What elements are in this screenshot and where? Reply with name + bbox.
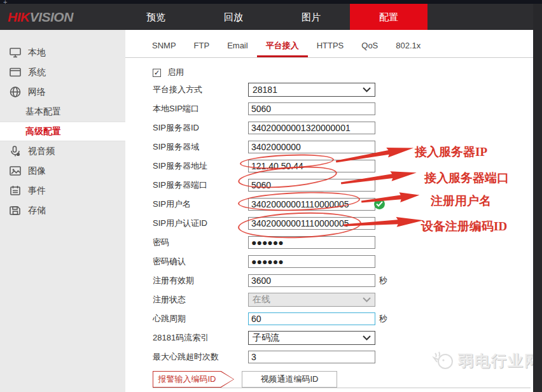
platform-access-mode-select[interactable]: 28181 — [248, 83, 375, 97]
form-row: SIP用户认证ID — [153, 214, 533, 233]
sidebar-item-label: 网络 — [28, 87, 46, 98]
tab-8021x[interactable]: 802.1x — [387, 35, 429, 57]
form-row: SIP服务器端口 — [153, 176, 533, 195]
crosshair-icon: + — [3, 0, 7, 6]
field-label: 28181码流索引 — [153, 332, 248, 344]
logo-hik-text: HIK — [8, 10, 30, 24]
stream-index-select[interactable]: 子码流 — [248, 331, 375, 345]
field-label: SIP服务器ID — [153, 122, 248, 134]
alarm-input-id-tab[interactable]: 报警输入编码ID — [153, 371, 234, 388]
max-heartbeat-timeout-input[interactable] — [248, 351, 375, 363]
sidebar-item-network[interactable]: 网络 — [0, 82, 125, 102]
form-row: 本地SIP端口 — [153, 99, 533, 118]
form-row: 注册状态 在线 — [153, 290, 533, 309]
enable-checkbox[interactable]: ✓ — [153, 69, 161, 77]
form-row: SIP服务器ID — [153, 118, 533, 137]
form-row: 平台接入方式 28181 — [153, 80, 533, 99]
field-label: SIP用户名 — [153, 199, 248, 210]
mic-icon — [9, 145, 22, 157]
nav-item-playback[interactable]: 回放 — [195, 4, 272, 30]
monitor-icon — [9, 46, 22, 59]
sidebar-item-local[interactable]: 本地 — [0, 43, 125, 62]
sidebar-item-label: 本地 — [28, 47, 46, 59]
field-label: SIP服务器端口 — [153, 179, 248, 191]
nav-item-config[interactable]: 配置 — [350, 4, 427, 30]
chevron-down-icon — [363, 297, 371, 302]
sip-user-auth-id-input[interactable] — [248, 217, 375, 230]
image-icon — [9, 165, 22, 177]
field-label: SIP服务器地址 — [153, 160, 248, 172]
register-validity-input[interactable] — [248, 274, 375, 287]
tab-snmp[interactable]: SNMP — [143, 35, 185, 57]
select-value: 28181 — [253, 85, 277, 95]
right-edge-strip — [533, 0, 542, 392]
field-label: 平台接入方式 — [153, 84, 248, 95]
watermark-text: 弱电行业网 — [458, 351, 541, 371]
logo-vision-text: VISION — [30, 10, 73, 24]
sidebar-item-label: 系统 — [28, 67, 46, 78]
field-label: 注册状态 — [153, 294, 248, 305]
heartbeat-interval-input[interactable] — [248, 312, 375, 325]
field-label: 心跳周期 — [153, 313, 248, 325]
form-row: 密码确认 — [153, 252, 533, 271]
sidebar-item-label: 基本配置 — [25, 106, 61, 118]
video-channel-id-tab[interactable]: 视频通道编码ID — [242, 371, 337, 388]
unit-label: 秒 — [379, 313, 387, 325]
field-label: 最大心跳超时次数 — [153, 351, 248, 363]
sip-server-port-input[interactable] — [248, 179, 375, 192]
event-icon — [9, 185, 22, 197]
field-label: SIP用户认证ID — [153, 218, 248, 229]
form-row: 心跳周期 秒 — [153, 309, 533, 328]
select-value: 在线 — [253, 294, 270, 305]
nav-item-preview[interactable]: 预览 — [117, 4, 195, 30]
bird-logo-icon — [431, 351, 455, 371]
sidebar-item-storage[interactable]: 存储 — [0, 200, 125, 220]
field-label: SIP服务器域 — [153, 141, 248, 153]
tab-platform-access[interactable]: 平台接入 — [257, 35, 308, 57]
browser-edge-strip — [0, 0, 542, 4]
sidebar-item-system[interactable]: 系统 — [0, 62, 125, 82]
tab-https[interactable]: HTTPS — [308, 35, 353, 57]
unit-label: 秒 — [379, 275, 387, 286]
sidebar-item-label: 视音频 — [28, 146, 55, 157]
sip-server-id-input[interactable] — [248, 122, 375, 134]
top-nav: 预览 回放 图片 配置 — [117, 4, 427, 30]
local-sip-port-input[interactable] — [248, 102, 375, 115]
form-row: SIP用户名 — [153, 195, 533, 214]
sidebar: 本地 系统 网络 基本配置 高级配置 视音频 图像 事件 存储 — [0, 30, 125, 392]
sidebar-item-image[interactable]: 图像 — [0, 161, 125, 181]
sip-server-address-input[interactable] — [248, 160, 375, 172]
form-row: 密码 — [153, 233, 533, 252]
sidebar-item-label: 事件 — [28, 185, 46, 197]
channel-id-tab-bar: 报警输入编码ID 视频通道编码ID — [153, 370, 531, 388]
sidebar-item-label: 图像 — [28, 165, 46, 177]
valid-check-badge — [374, 199, 385, 209]
sidebar-item-basic-config[interactable]: 基本配置 — [0, 102, 125, 122]
select-value: 子码流 — [253, 332, 279, 344]
form-row: SIP服务器域 — [153, 137, 533, 157]
field-label: 密码确认 — [153, 256, 248, 267]
tab-qos[interactable]: QoS — [352, 35, 387, 57]
form-row: SIP服务器地址 — [153, 157, 533, 176]
watermark: 弱电行业网 — [431, 351, 541, 371]
chevron-down-icon — [363, 335, 371, 340]
sidebar-item-event[interactable]: 事件 — [0, 181, 125, 200]
sip-server-domain-input[interactable] — [248, 141, 375, 153]
sidebar-item-av[interactable]: 视音频 — [0, 141, 125, 161]
password-input[interactable] — [248, 236, 375, 249]
hikvision-logo: HIKVISION — [8, 10, 73, 25]
field-label: 密码 — [153, 237, 248, 248]
field-label: 注册有效期 — [153, 275, 248, 286]
tab-email[interactable]: Email — [218, 35, 257, 57]
password-confirm-input[interactable] — [248, 255, 375, 268]
chevron-down-icon — [363, 87, 371, 92]
sidebar-item-advanced-config[interactable]: 高级配置 — [0, 122, 125, 141]
sip-username-input[interactable] — [248, 198, 375, 211]
sidebar-item-label: 高级配置 — [25, 126, 61, 137]
settings-tab-bar: SNMP FTP Email 平台接入 HTTPS QoS 802.1x — [125, 35, 533, 58]
platform-access-form: ✓ 启用 平台接入方式 28181 本地SIP端口 SIP服务器ID SIP服务… — [125, 58, 533, 388]
nav-item-picture[interactable]: 图片 — [272, 4, 350, 30]
field-label: 本地SIP端口 — [153, 103, 248, 115]
check-icon — [376, 201, 383, 207]
tab-ftp[interactable]: FTP — [185, 35, 219, 57]
